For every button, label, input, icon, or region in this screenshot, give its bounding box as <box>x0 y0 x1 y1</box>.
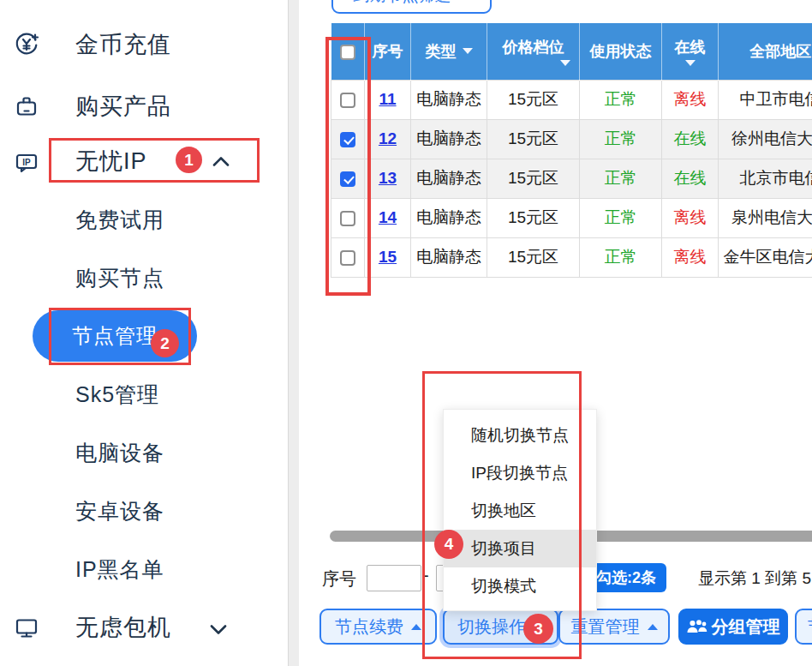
expiring-node-filter-label: 到期节点筛选 <box>354 0 451 7</box>
region-cell: 中卫市电信 <box>719 80 812 119</box>
coin-recharge-icon <box>14 32 39 57</box>
menu-item-switch-project[interactable]: 切换项目 <box>444 530 596 567</box>
row-checkbox[interactable] <box>340 250 355 266</box>
row-checkbox[interactable] <box>340 132 355 147</box>
price-cell: 15元区 <box>487 80 580 119</box>
sidebar-item-buy-nodes[interactable]: 购买节点 <box>0 256 288 299</box>
price-cell: 15元区 <box>487 237 580 277</box>
partial-clipped-button[interactable]: 节点 <box>795 609 812 645</box>
table-row: 11 电脑静态 15元区 正常 离线 中卫市电信 <box>331 80 812 119</box>
row-checkbox[interactable] <box>340 93 355 108</box>
chevron-down-icon <box>210 624 227 635</box>
sidebar-item-label: 金币充值 <box>75 29 171 60</box>
node-id-link[interactable]: 12 <box>379 129 397 147</box>
serial-range-start-input[interactable] <box>367 565 421 591</box>
sort-caret-icon <box>685 60 696 66</box>
annotation-badge-1: 1 <box>176 147 202 173</box>
range-dash: - <box>423 566 429 585</box>
menu-item-random-switch[interactable]: 随机切换节点 <box>444 417 596 454</box>
sidebar: 金币充值 购买产品 IP 无忧IP 免费试用 购买节点 <box>0 0 288 666</box>
price-cell: 15元区 <box>487 119 580 159</box>
serial-range-label: 序号 <box>322 567 356 591</box>
sidebar-item-label: 电脑设备 <box>75 439 164 467</box>
sidebar-item-worryfree-ip[interactable]: IP 无忧IP <box>0 137 288 185</box>
col-header-serial: 序号 <box>365 23 411 80</box>
svg-text:IP: IP <box>22 158 31 167</box>
ip-tag-icon: IP <box>14 148 39 174</box>
sidebar-item-label: IP黑名单 <box>75 555 164 584</box>
pagination-text: 显示第 1 到第 5 <box>698 567 811 590</box>
table-header-row: 序号 类型 价格档位 使用状态 在线 全部地区 <box>331 23 812 80</box>
group-management-button[interactable]: 分组管理 <box>678 609 788 645</box>
sidebar-item-label: Sk5管理 <box>75 381 159 409</box>
table-row: 12 电脑静态 15元区 正常 在线 徐州电信大厦 <box>331 119 812 159</box>
online-cell: 离线 <box>662 198 719 237</box>
row-checkbox[interactable] <box>340 171 355 187</box>
menu-item-switch-region[interactable]: 切换地区 <box>444 492 596 530</box>
briefcase-icon <box>14 93 39 119</box>
table-row: 14 电脑静态 15元区 正常 离线 泉州电信大厦 <box>331 198 812 237</box>
region-cell: 北京市电信 <box>719 159 812 198</box>
type-cell: 电脑静态 <box>411 80 487 119</box>
caret-up-icon <box>648 624 658 630</box>
expiring-node-filter-button[interactable]: 到期节点筛选 <box>331 0 492 14</box>
status-cell: 正常 <box>580 119 662 159</box>
menu-item-switch-mode[interactable]: 切换模式 <box>444 567 596 605</box>
type-cell: 电脑静态 <box>411 159 487 198</box>
sidebar-item-buy-products[interactable]: 购买产品 <box>0 82 288 130</box>
sidebar-item-free-trial[interactable]: 免费试用 <box>0 198 288 241</box>
sidebar-edge-strip <box>288 0 299 666</box>
col-header-type[interactable]: 类型 <box>411 23 487 80</box>
region-cell: 金牛区电信大厦 <box>719 237 812 277</box>
type-cell: 电脑静态 <box>411 198 487 237</box>
region-cell: 泉州电信大厦 <box>719 198 812 237</box>
sort-caret-icon <box>560 60 570 66</box>
col-header-status: 使用状态 <box>580 23 662 80</box>
region-cell: 徐州电信大厦 <box>719 119 812 159</box>
menu-item-ip-range-switch[interactable]: IP段切换节点 <box>444 454 596 492</box>
online-cell: 离线 <box>662 80 719 119</box>
node-renew-button[interactable]: 节点续费 <box>319 609 437 645</box>
col-header-region[interactable]: 全部地区 <box>719 23 812 80</box>
select-all-checkbox[interactable] <box>340 45 355 60</box>
node-id-link[interactable]: 14 <box>379 208 397 226</box>
status-cell: 正常 <box>580 237 662 277</box>
app-window: 金币充值 购买产品 IP 无忧IP 免费试用 购买节点 <box>0 0 812 666</box>
sidebar-item-label: 安卓设备 <box>75 497 164 525</box>
row-checkbox[interactable] <box>340 211 355 226</box>
select-all-cell <box>331 23 365 80</box>
chevron-up-icon <box>212 156 230 167</box>
online-cell: 在线 <box>662 159 719 198</box>
status-cell: 正常 <box>580 159 662 198</box>
reset-management-button[interactable]: 重置管理 <box>558 609 670 645</box>
annotation-badge-4: 4 <box>434 530 463 559</box>
sidebar-item-label: 免费试用 <box>75 206 164 234</box>
online-cell: 离线 <box>662 237 719 277</box>
monitor-icon <box>14 615 39 640</box>
node-id-link[interactable]: 13 <box>379 169 397 187</box>
node-id-link[interactable]: 15 <box>379 248 397 266</box>
sidebar-item-recharge[interactable]: 金币充值 <box>0 21 288 69</box>
switch-operations-menu: 随机切换节点 IP段切换节点 切换地区 切换项目 切换模式 <box>443 409 597 611</box>
price-cell: 15元区 <box>487 159 580 198</box>
col-header-price[interactable]: 价格档位 <box>487 23 580 80</box>
col-header-online[interactable]: 在线 <box>662 23 719 80</box>
status-cell: 正常 <box>580 80 662 119</box>
price-cell: 15元区 <box>487 198 580 237</box>
sidebar-item-charter[interactable]: 无虑包机 <box>0 603 288 651</box>
table-row: 15 电脑静态 15元区 正常 离线 金牛区电信大厦 <box>331 237 812 277</box>
sidebar-item-pc-devices[interactable]: 电脑设备 <box>0 431 288 474</box>
sidebar-item-android-devices[interactable]: 安卓设备 <box>0 489 288 532</box>
sidebar-item-label: 无忧IP <box>75 146 147 177</box>
table-row: 13 电脑静态 15元区 正常 在线 北京市电信 <box>331 159 812 198</box>
node-id-link[interactable]: 11 <box>379 90 396 108</box>
caret-up-icon <box>411 624 421 630</box>
node-table: 序号 类型 价格档位 使用状态 在线 全部地区 11 电脑静态 15元区 正常 … <box>331 23 812 278</box>
sidebar-item-sk5[interactable]: Sk5管理 <box>0 373 288 416</box>
type-cell: 电脑静态 <box>411 119 487 159</box>
status-cell: 正常 <box>580 198 662 237</box>
sidebar-item-ip-blacklist[interactable]: IP黑名单 <box>0 548 288 591</box>
sidebar-item-label: 购买节点 <box>75 264 164 292</box>
people-group-icon <box>687 619 708 634</box>
annotation-badge-3: 3 <box>523 614 553 644</box>
